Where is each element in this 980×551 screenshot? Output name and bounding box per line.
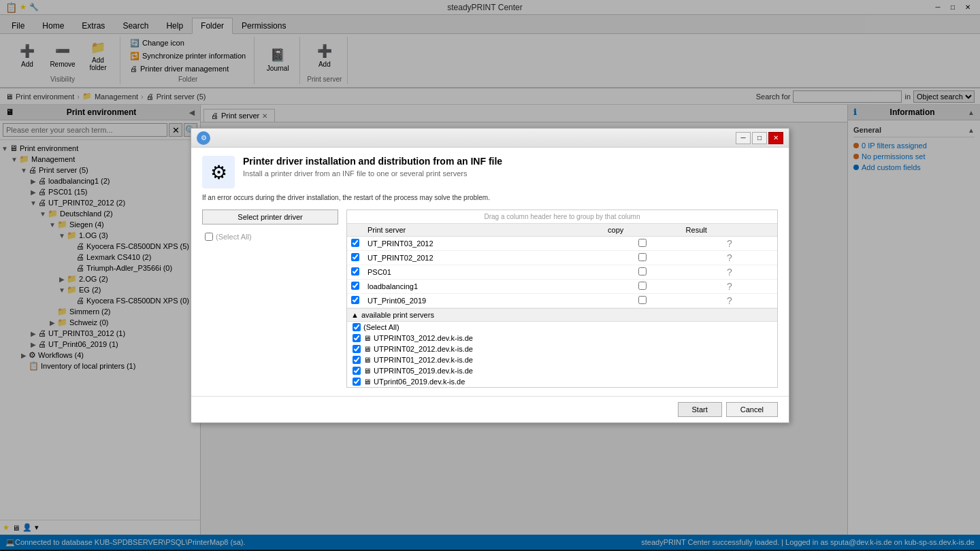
copy-checkbox-1[interactable] bbox=[638, 239, 647, 247]
row-result-4: ? bbox=[682, 280, 777, 294]
row-copy-4 bbox=[604, 280, 682, 294]
avail-label-2: UTPRINT02_2012.dev.k-is.de bbox=[374, 345, 473, 353]
available-section-header: ▲ available print servers bbox=[347, 308, 777, 322]
row-checkbox-cell bbox=[347, 294, 363, 308]
table-header-row: Print server copy Result bbox=[347, 224, 777, 237]
dialog-content: ⚙ Printer driver installation and distri… bbox=[191, 148, 789, 396]
copy-checkbox-5[interactable] bbox=[638, 296, 647, 304]
select-driver-button[interactable]: Select printer driver bbox=[202, 210, 338, 224]
dialog-titlebar: ⚙ ─ □ ✕ bbox=[191, 129, 789, 148]
row-name-4: loadbalancing1 bbox=[363, 280, 604, 294]
avail-item-4[interactable]: 🖥 UTPRINT05_2019.dev.k-is.de bbox=[347, 365, 777, 376]
avail-item-1[interactable]: 🖥 UTPRINT03_2012.dev.k-is.de bbox=[347, 333, 777, 344]
select-all-row: (Select All) bbox=[202, 230, 338, 244]
dialog-close-button[interactable]: ✕ bbox=[768, 132, 783, 144]
select-all-checkbox[interactable] bbox=[205, 233, 213, 241]
avail-checkbox-all[interactable] bbox=[353, 323, 361, 331]
avail-item-3[interactable]: 🖥 UTPRINT01_2012.dev.k-is.de bbox=[347, 354, 777, 365]
avail-item-5[interactable]: 🖥 UTprint06_2019.dev.k-is.de bbox=[347, 376, 777, 387]
row-checkbox-2[interactable] bbox=[351, 253, 359, 261]
row-checkbox-cell bbox=[347, 237, 363, 251]
row-result-5: ? bbox=[682, 294, 777, 308]
cancel-button[interactable]: Cancel bbox=[726, 402, 778, 417]
available-section-label: available print servers bbox=[361, 311, 434, 319]
dialog-minimize-button[interactable]: ─ bbox=[736, 132, 751, 144]
row-name-3: PSC01 bbox=[363, 265, 604, 280]
row-copy-1 bbox=[604, 237, 682, 251]
dialog-overlay: ⚙ ─ □ ✕ ⚙ Printer driver installation an… bbox=[0, 0, 980, 551]
print-server-table-container: Print server copy Result UT_PRINT03_2012 bbox=[347, 224, 777, 308]
avail-label: (Select All) bbox=[363, 323, 399, 331]
dialog-maximize-button[interactable]: □ bbox=[752, 132, 767, 144]
row-name-5: UT_Print06_2019 bbox=[363, 294, 604, 308]
avail-label-3: UTPRINT01_2012.dev.k-is.de bbox=[374, 356, 473, 364]
dialog-title-icon: ⚙ bbox=[197, 131, 210, 145]
row-checkbox-cell bbox=[347, 265, 363, 280]
dialog-header-text: Printer driver installation and distribu… bbox=[243, 156, 502, 183]
copy-checkbox-4[interactable] bbox=[638, 282, 647, 290]
row-result-1: ? bbox=[682, 237, 777, 251]
dialog-right: Drag a column header here to group by th… bbox=[346, 210, 778, 388]
table-row: UT_PRINT02_2012 ? bbox=[347, 251, 777, 265]
avail-server-icon-4: 🖥 bbox=[363, 367, 371, 375]
row-checkbox-1[interactable] bbox=[351, 239, 359, 247]
col-copy: copy bbox=[604, 224, 682, 237]
row-copy-2 bbox=[604, 251, 682, 265]
avail-server-icon-5: 🖥 bbox=[363, 378, 371, 386]
row-checkbox-4[interactable] bbox=[351, 282, 359, 290]
col-print-server: Print server bbox=[363, 224, 604, 237]
row-checkbox-5[interactable] bbox=[351, 296, 359, 304]
dialog-footer: Start Cancel bbox=[191, 396, 789, 422]
dialog-body: Select printer driver (Select All) Drag … bbox=[202, 210, 778, 388]
copy-checkbox-2[interactable] bbox=[638, 253, 647, 261]
dialog-subheading: Install a printer driver from an INF fil… bbox=[243, 169, 502, 178]
available-list: (Select All) 🖥 UTPRINT03_2012.dev.k-is.d… bbox=[347, 322, 777, 387]
table-row: UT_PRINT03_2012 ? bbox=[347, 237, 777, 251]
copy-checkbox-3[interactable] bbox=[638, 267, 647, 276]
avail-label-5: UTprint06_2019.dev.k-is.de bbox=[374, 378, 465, 386]
row-name-1: UT_PRINT03_2012 bbox=[363, 237, 604, 251]
drag-hint: Drag a column header here to group by th… bbox=[347, 210, 777, 224]
avail-server-icon-2: 🖥 bbox=[363, 345, 371, 353]
table-row: loadbalancing1 ? bbox=[347, 280, 777, 294]
start-button[interactable]: Start bbox=[678, 402, 722, 417]
col-checkbox bbox=[347, 224, 363, 237]
avail-collapse-icon[interactable]: ▲ bbox=[351, 311, 359, 319]
row-result-2: ? bbox=[682, 251, 777, 265]
avail-checkbox-1[interactable] bbox=[353, 334, 361, 342]
dialog-warning: If an error occurs during the driver ins… bbox=[202, 194, 778, 201]
avail-label-1: UTPRINT03_2012.dev.k-is.de bbox=[374, 334, 473, 342]
avail-server-icon: 🖥 bbox=[363, 334, 371, 342]
avail-checkbox-4[interactable] bbox=[353, 367, 361, 375]
avail-item-select-all[interactable]: (Select All) bbox=[347, 322, 777, 333]
avail-item-2[interactable]: 🖥 UTPRINT02_2012.dev.k-is.de bbox=[347, 344, 777, 354]
print-server-table: Print server copy Result UT_PRINT03_2012 bbox=[347, 224, 777, 308]
printer-driver-dialog: ⚙ ─ □ ✕ ⚙ Printer driver installation an… bbox=[191, 128, 789, 423]
avail-checkbox-5[interactable] bbox=[353, 378, 361, 386]
table-row: PSC01 ? bbox=[347, 265, 777, 280]
row-name-2: UT_PRINT02_2012 bbox=[363, 251, 604, 265]
select-all-label: (Select All) bbox=[216, 233, 252, 241]
dialog-controls: ─ □ ✕ bbox=[736, 132, 783, 144]
row-checkbox-3[interactable] bbox=[351, 267, 359, 276]
avail-server-icon-3: 🖥 bbox=[363, 356, 371, 364]
row-checkbox-cell bbox=[347, 280, 363, 294]
row-checkbox-cell bbox=[347, 251, 363, 265]
table-row: UT_Print06_2019 ? bbox=[347, 294, 777, 308]
dialog-heading: Printer driver installation and distribu… bbox=[243, 156, 502, 167]
avail-label-4: UTPRINT05_2019.dev.k-is.de bbox=[374, 367, 473, 375]
row-copy-3 bbox=[604, 265, 682, 280]
avail-checkbox-3[interactable] bbox=[353, 356, 361, 364]
row-copy-5 bbox=[604, 294, 682, 308]
dialog-header-icon: ⚙ bbox=[202, 156, 235, 188]
avail-checkbox-2[interactable] bbox=[353, 345, 361, 353]
row-result-3: ? bbox=[682, 265, 777, 280]
dialog-left: Select printer driver (Select All) bbox=[202, 210, 338, 388]
col-result: Result bbox=[682, 224, 777, 237]
